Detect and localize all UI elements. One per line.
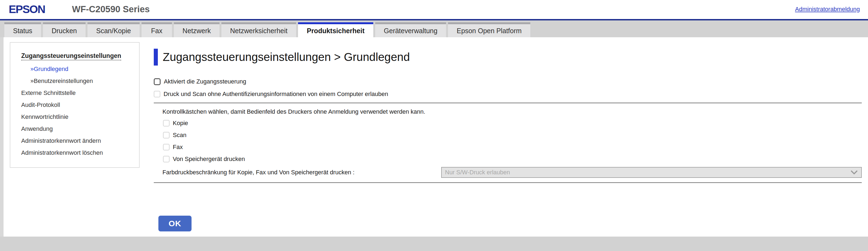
sidebar-item-kennwortrichtlinie[interactable]: Kennwortrichtlinie bbox=[10, 111, 139, 123]
tab-status[interactable]: Status bbox=[4, 22, 41, 37]
sidebar-section-label: Zugangssteuerungseinstellungen bbox=[21, 52, 121, 60]
epson-web-config-page: EPSON WF-C20590 Series Administratorabme… bbox=[0, 0, 868, 251]
kopie-checkbox[interactable] bbox=[163, 120, 169, 127]
panel-option-row-speichergeraet: Von Speichergerät drucken bbox=[163, 155, 862, 163]
title-accent-bar bbox=[154, 49, 158, 65]
sidebar-item-externe-schnittstelle[interactable]: Externe Schnittstelle bbox=[10, 87, 139, 99]
color-restriction-label: Farbdruckbeschränkung für Kopie, Fax und… bbox=[162, 169, 354, 176]
sidebar-nav: Zugangssteuerungseinstellungen »Grundleg… bbox=[10, 42, 140, 168]
tab-epson-open-platform[interactable]: Epson Open Platform bbox=[448, 22, 530, 37]
sidebar-item-benutzereinstellungen[interactable]: »Benutzereinstellungen bbox=[10, 75, 139, 87]
speichergeraet-drucken-label: Von Speichergerät drucken bbox=[173, 156, 245, 163]
chevron-down-icon bbox=[851, 170, 858, 174]
access-control-enable-row: Aktiviert die Zugangssteuerung bbox=[154, 78, 862, 86]
sidebar-section-zugangssteuerungseinstellungen[interactable]: Zugangssteuerungseinstellungen bbox=[10, 50, 139, 63]
enable-access-control-label: Aktiviert die Zugangssteuerung bbox=[164, 78, 246, 85]
sidebar-item-administratorkennwort-aendern[interactable]: Administratorkennwort ändern bbox=[10, 135, 139, 147]
left-gutter bbox=[0, 37, 3, 236]
scan-label: Scan bbox=[173, 132, 186, 139]
allow-without-auth-checkbox[interactable] bbox=[154, 91, 160, 97]
sidebar-item-administratorkennwort-loeschen[interactable]: Administratorkennwort löschen bbox=[10, 147, 139, 159]
panel-option-row-fax: Fax bbox=[163, 143, 862, 151]
speichergeraet-drucken-checkbox[interactable] bbox=[163, 156, 169, 162]
printer-model-title: WF-C20590 Series bbox=[72, 4, 150, 15]
page-title-row: Zugangssteuerungseinstellungen > Grundle… bbox=[154, 49, 862, 65]
tab-drucken[interactable]: Drucken bbox=[43, 22, 86, 37]
tab-scan-kopie[interactable]: Scan/Kopie bbox=[88, 22, 140, 37]
scan-checkbox[interactable] bbox=[163, 132, 169, 138]
tab-fax[interactable]: Fax bbox=[142, 22, 172, 37]
color-restriction-select[interactable]: Nur S/W-Druck erlauben bbox=[441, 167, 862, 178]
tab-bar: Status Drucken Scan/Kopie Fax Netzwerk N… bbox=[0, 20, 868, 37]
fax-checkbox[interactable] bbox=[163, 144, 169, 150]
admin-logout-link[interactable]: Administratorabmeldung bbox=[795, 6, 860, 13]
tab-netzwerksicherheit[interactable]: Netzwerksicherheit bbox=[221, 22, 296, 37]
allow-without-auth-label: Druck und Scan ohne Authentifizierungsin… bbox=[163, 90, 388, 97]
ok-button[interactable]: OK bbox=[158, 216, 191, 231]
footer-bar bbox=[0, 236, 868, 251]
section-divider-bottom bbox=[154, 182, 862, 183]
sidebar-item-grundlegend[interactable]: »Grundlegend bbox=[10, 63, 139, 75]
allow-without-auth-row: Druck und Scan ohne Authentifizierungsin… bbox=[154, 90, 862, 98]
header: EPSON WF-C20590 Series Administratorabme… bbox=[0, 0, 868, 19]
section-divider-top bbox=[154, 103, 862, 103]
panel-instruction-text: Kontrollkästchen wählen, damit Bedienfel… bbox=[162, 108, 862, 115]
page-title: Zugangssteuerungseinstellungen > Grundle… bbox=[163, 51, 410, 64]
panel-option-row-kopie: Kopie bbox=[163, 119, 862, 127]
color-restriction-row: Farbdruckbeschränkung für Kopie, Fax und… bbox=[154, 167, 862, 178]
kopie-label: Kopie bbox=[173, 120, 188, 127]
main-content: Zugangssteuerungseinstellungen > Grundle… bbox=[154, 42, 862, 231]
epson-logo: EPSON bbox=[9, 3, 45, 16]
tab-geraeteverwaltung[interactable]: Geräteverwaltung bbox=[375, 22, 446, 37]
panel-option-row-scan: Scan bbox=[163, 131, 862, 139]
fax-label: Fax bbox=[173, 144, 183, 151]
sidebar-item-audit-protokoll[interactable]: Audit-Protokoll bbox=[10, 99, 139, 111]
tab-produktsicherheit[interactable]: Produktsicherheit bbox=[298, 22, 373, 37]
color-restriction-selected-value: Nur S/W-Druck erlauben bbox=[445, 169, 510, 176]
tab-netzwerk[interactable]: Netzwerk bbox=[174, 22, 219, 37]
enable-access-control-checkbox[interactable] bbox=[154, 78, 160, 85]
sidebar-item-anwendung[interactable]: Anwendung bbox=[10, 123, 139, 135]
